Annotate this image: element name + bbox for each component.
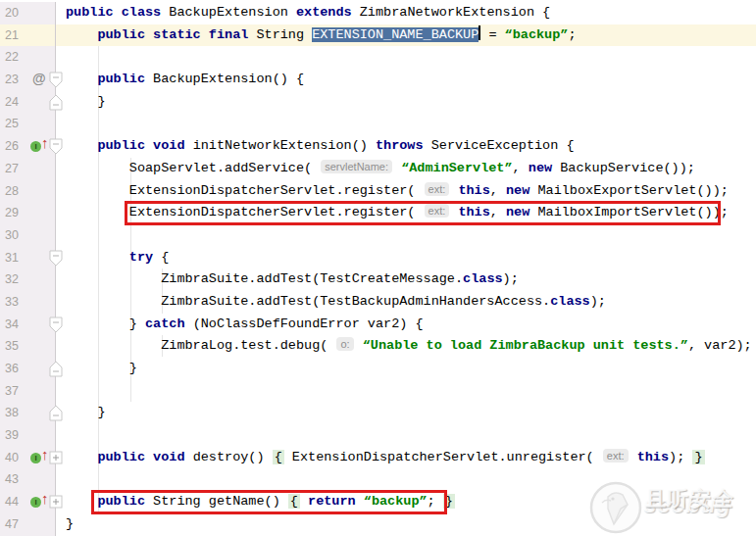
fold-collapse-icon[interactable] [49, 138, 63, 160]
code-token: , [490, 205, 506, 219]
gutter[interactable]: 38 [0, 402, 56, 424]
folded-region-expand-icon[interactable] [49, 494, 63, 515]
gutter[interactable]: 37 [0, 380, 56, 403]
code-text[interactable]: } [56, 402, 756, 424]
code-line-21: 21 public static final String EXTENSION_… [0, 24, 756, 47]
line-number: 20 [5, 6, 19, 20]
keyword-token: public static final [97, 27, 248, 42]
code-text[interactable]: public static final String EXTENSION_NAM… [56, 24, 756, 47]
code-text[interactable] [56, 380, 756, 403]
code-token: ZimbraNetworkExtension { [352, 5, 551, 20]
code-text[interactable]: ZimbraLog.test.debug( o: “Unable to load… [56, 335, 756, 358]
parameter-hint: servletName: [321, 160, 392, 173]
implement-marker-icon: I [30, 497, 41, 508]
gutter[interactable]: 26I↑ [0, 135, 56, 158]
code-line-24: 24 } [0, 91, 756, 114]
up-arrow-icon: ↑ [41, 134, 49, 151]
up-arrow-icon: ↑ [41, 490, 49, 507]
code-line-22: 22 [0, 46, 756, 69]
code-token: , [513, 161, 529, 175]
gutter[interactable]: 22 [0, 46, 56, 69]
code-token: BackupExtension() { [145, 72, 304, 86]
gutter[interactable]: 32 [0, 268, 56, 291]
code-text[interactable]: ExtensionDispatcherServlet.register( ext… [56, 180, 756, 203]
keyword-token: new [506, 205, 529, 219]
gutter[interactable]: 35 [0, 335, 56, 358]
code-token: } [66, 317, 145, 331]
code-text[interactable]: } [56, 91, 756, 114]
folded-region-expand-icon[interactable] [49, 450, 63, 471]
code-text[interactable] [56, 224, 756, 247]
fold-collapse-icon[interactable] [49, 250, 63, 271]
code-text[interactable]: SoapServlet.addService( servletName: “Ad… [56, 158, 756, 180]
watermark-cn-label: 且听安全 [645, 485, 735, 512]
code-token [630, 450, 637, 464]
gutter[interactable]: 44I↑ [0, 491, 56, 513]
code-token: SoapServlet.addService( [66, 161, 320, 175]
gutter[interactable]: 29 [0, 202, 56, 224]
gutter[interactable]: 34 [0, 314, 56, 336]
gutter[interactable]: 24 [0, 91, 56, 114]
parameter-hint: o: [336, 337, 353, 351]
code-text[interactable] [56, 46, 756, 69]
gutter[interactable]: 39 [0, 424, 56, 447]
gutter[interactable]: 43 [0, 468, 56, 491]
code-token: BackupExtension [161, 5, 296, 20]
code-line-39: 39 [0, 424, 756, 447]
line-number: 31 [5, 251, 19, 265]
line-number: 38 [5, 406, 19, 419]
code-text[interactable] [56, 113, 756, 135]
line-number: 34 [5, 317, 19, 331]
code-text[interactable]: ZimbraSuite.addTest(TestBackupAdminHande… [56, 291, 756, 314]
keyword-token: public [97, 494, 145, 509]
gutter[interactable]: 47 [0, 513, 56, 536]
code-line-32: 32 ZimbraSuite.addTest(TestCreateMessage… [0, 268, 756, 291]
fold-collapse-end-icon[interactable] [49, 94, 63, 116]
code-text[interactable]: try { [56, 247, 756, 269]
code-text[interactable]: public class BackupExtension extends Zim… [56, 2, 756, 24]
code-text[interactable]: ExtensionDispatcherServlet.register( ext… [56, 202, 756, 224]
gutter[interactable]: 20 [0, 2, 56, 24]
line-number: 35 [5, 339, 19, 353]
keyword-token: catch [145, 317, 185, 331]
code-text[interactable]: public BackupExtension() { [56, 69, 756, 91]
fold-collapse-end-icon[interactable] [49, 361, 63, 382]
code-text[interactable]: } catch (NoClassDefFoundError var2) { [56, 314, 756, 336]
code-token: MailboxExportServlet()); [529, 183, 729, 198]
line-number: 26 [5, 139, 19, 153]
code-token: ); [503, 271, 519, 286]
fold-collapse-end-icon[interactable] [49, 405, 63, 426]
keyword-token: extends [296, 5, 352, 20]
annotation-icon: @ [32, 71, 46, 86]
gutter[interactable]: 25 [0, 113, 56, 135]
fold-collapse-icon[interactable] [49, 72, 63, 93]
keyword-token: try [129, 250, 153, 265]
code-token: ExtensionDispatcherServlet.register( [66, 183, 424, 198]
folded-code-placeholder[interactable]: { [288, 494, 300, 509]
code-token: ZimbraLog.test.debug( [66, 338, 335, 353]
folded-code-placeholder[interactable]: } [443, 494, 455, 509]
code-text[interactable]: } [56, 358, 756, 380]
gutter[interactable]: 40I↑ [0, 447, 56, 469]
code-text[interactable] [56, 424, 756, 447]
code-text[interactable]: public void initNetworkExtension() throw… [56, 135, 756, 158]
gutter[interactable]: 36 [0, 358, 56, 380]
fold-collapse-icon[interactable] [49, 317, 63, 338]
gutter[interactable]: 23@ [0, 69, 56, 91]
gutter[interactable]: 27 [0, 158, 56, 180]
gutter[interactable]: 28 [0, 180, 56, 203]
string-token: “backup” [364, 494, 428, 509]
code-token: = [480, 27, 504, 42]
gutter[interactable]: 21 [0, 24, 56, 47]
code-line-37: 37 [0, 380, 756, 403]
code-text[interactable]: ZimbraSuite.addTest(TestCreateMessage.cl… [56, 268, 756, 291]
code-token [66, 27, 97, 42]
code-editor: 20public class BackupExtension extends Z… [0, 0, 756, 536]
folded-code-placeholder[interactable]: } [692, 450, 704, 464]
gutter[interactable]: 33 [0, 291, 56, 314]
folded-code-placeholder[interactable]: { [273, 450, 284, 464]
gutter[interactable]: 31 [0, 247, 56, 269]
code-line-25: 25 [0, 113, 756, 135]
gutter[interactable]: 30 [0, 224, 56, 247]
code-text[interactable]: public void destroy() { ExtensionDispatc… [56, 447, 756, 469]
